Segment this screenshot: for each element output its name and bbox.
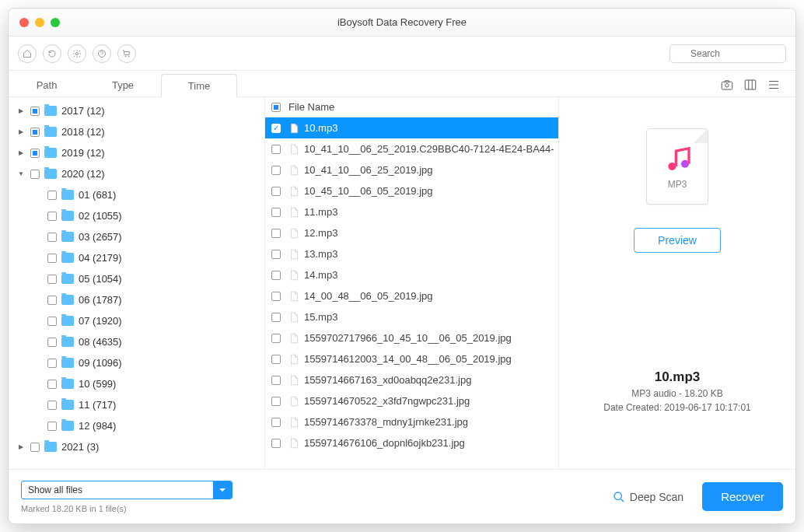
- tree-year-row[interactable]: 2019 (12): [9, 142, 264, 163]
- tree-year-row[interactable]: 2020 (12): [9, 163, 264, 184]
- file-checkbox[interactable]: [271, 250, 281, 259]
- tree-year-row[interactable]: 2018 (12): [9, 121, 264, 142]
- tree-month-row[interactable]: 04 (2179): [9, 247, 264, 268]
- folder-checkbox[interactable]: [30, 170, 40, 179]
- deep-scan-button[interactable]: Deep Scan: [613, 491, 702, 503]
- file-checkbox[interactable]: [271, 376, 281, 385]
- minimize-window-button[interactable]: [35, 18, 44, 27]
- help-icon[interactable]: [93, 44, 111, 63]
- tree-month-row[interactable]: 11 (717): [9, 394, 264, 415]
- file-row[interactable]: 12.mp3: [265, 222, 558, 243]
- folder-checkbox[interactable]: [47, 296, 57, 305]
- folder-checkbox[interactable]: [47, 359, 57, 368]
- cart-icon[interactable]: [117, 44, 136, 63]
- tree-year-row[interactable]: 2017 (12): [9, 100, 264, 121]
- folder-checkbox[interactable]: [47, 254, 57, 263]
- file-row[interactable]: 1559714667163_xd0oabqq2e231.jpg: [265, 369, 558, 390]
- tree-month-row[interactable]: 12 (984): [9, 415, 264, 436]
- columns-view-icon[interactable]: [743, 78, 758, 92]
- tab-time[interactable]: Time: [161, 74, 237, 97]
- preview-button[interactable]: Preview: [634, 228, 721, 253]
- search-input[interactable]: [669, 44, 786, 63]
- file-checkbox[interactable]: [271, 124, 281, 133]
- tree-month-row[interactable]: 06 (1787): [9, 289, 264, 310]
- file-checkbox[interactable]: [271, 418, 281, 427]
- tree-month-row[interactable]: 09 (1096): [9, 352, 264, 373]
- folder-label: 2017 (12): [61, 105, 105, 117]
- tree-month-row[interactable]: 03 (2657): [9, 226, 264, 247]
- file-row[interactable]: 1559714670522_x3fd7ngwpc231.jpg: [265, 390, 558, 411]
- file-type-icon: MP3: [646, 128, 708, 205]
- filter-select[interactable]: Show all files: [21, 481, 232, 499]
- folder-icon: [44, 148, 57, 158]
- file-row[interactable]: 10_45_10__06_05_2019.jpg: [265, 180, 558, 201]
- folder-checkbox[interactable]: [47, 422, 57, 431]
- file-checkbox[interactable]: [271, 271, 281, 280]
- folder-checkbox[interactable]: [30, 107, 40, 116]
- file-row[interactable]: 10_41_10__06_25_2019.jpg: [265, 159, 558, 180]
- file-list-rows[interactable]: 10.mp310_41_10__06_25_2019.C29BBC40-7124…: [265, 117, 558, 469]
- folder-tree[interactable]: 2017 (12)2018 (12)2019 (12)2020 (12)01 (…: [9, 97, 265, 469]
- folder-icon: [61, 274, 74, 284]
- tree-month-row[interactable]: 05 (1054): [9, 268, 264, 289]
- camera-icon[interactable]: [719, 78, 735, 92]
- redo-scan-icon[interactable]: [43, 44, 61, 63]
- folder-checkbox[interactable]: [47, 401, 57, 410]
- file-row[interactable]: 11.mp3: [265, 201, 558, 222]
- folder-checkbox[interactable]: [47, 233, 57, 242]
- disclosure-triangle-icon[interactable]: [16, 170, 26, 177]
- file-row[interactable]: 14.mp3: [265, 264, 558, 285]
- tree-year-row[interactable]: 2021 (3): [9, 436, 264, 457]
- folder-checkbox[interactable]: [47, 275, 57, 284]
- settings-icon[interactable]: [68, 44, 86, 63]
- file-checkbox[interactable]: [271, 439, 281, 448]
- file-checkbox[interactable]: [271, 313, 281, 322]
- tree-month-row[interactable]: 02 (1055): [9, 205, 264, 226]
- folder-label: 12 (984): [79, 420, 116, 432]
- close-window-button[interactable]: [19, 18, 29, 27]
- file-row[interactable]: 1559714673378_mdny1jrnke231.jpg: [265, 411, 558, 432]
- tab-type[interactable]: Type: [85, 73, 161, 96]
- file-checkbox[interactable]: [271, 166, 281, 175]
- tree-month-row[interactable]: 10 (599): [9, 373, 264, 394]
- folder-checkbox[interactable]: [47, 212, 57, 221]
- file-checkbox[interactable]: [271, 355, 281, 364]
- folder-checkbox[interactable]: [47, 380, 57, 389]
- file-row[interactable]: 1559702717966_10_45_10__06_05_2019.jpg: [265, 327, 558, 348]
- folder-checkbox[interactable]: [47, 191, 57, 200]
- disclosure-triangle-icon[interactable]: [16, 128, 26, 135]
- folder-checkbox[interactable]: [30, 443, 40, 452]
- file-checkbox[interactable]: [271, 292, 281, 301]
- disclosure-triangle-icon[interactable]: [16, 149, 26, 156]
- file-row[interactable]: 1559714612003_14_00_48__06_05_2019.jpg: [265, 348, 558, 369]
- file-row[interactable]: 13.mp3: [265, 243, 558, 264]
- recover-button[interactable]: Recover: [702, 482, 783, 511]
- file-checkbox[interactable]: [271, 208, 281, 217]
- file-list-header[interactable]: File Name: [265, 97, 558, 117]
- file-row[interactable]: 10.mp3: [265, 117, 558, 138]
- folder-checkbox[interactable]: [47, 338, 57, 347]
- folder-checkbox[interactable]: [47, 317, 57, 326]
- disclosure-triangle-icon[interactable]: [16, 443, 26, 450]
- file-checkbox[interactable]: [271, 397, 281, 406]
- tree-month-row[interactable]: 07 (1920): [9, 310, 264, 331]
- tree-month-row[interactable]: 08 (4635): [9, 331, 264, 352]
- folder-label: 09 (1096): [79, 357, 122, 369]
- file-checkbox[interactable]: [271, 145, 281, 154]
- disclosure-triangle-icon[interactable]: [16, 107, 26, 114]
- file-row[interactable]: 10_41_10__06_25_2019.C29BBC40-7124-4E24-…: [265, 138, 558, 159]
- folder-checkbox[interactable]: [30, 149, 40, 158]
- tab-path[interactable]: Path: [9, 73, 85, 96]
- folder-checkbox[interactable]: [30, 128, 40, 137]
- file-row[interactable]: 14_00_48__06_05_2019.jpg: [265, 285, 558, 306]
- select-all-checkbox[interactable]: [271, 103, 281, 112]
- maximize-window-button[interactable]: [51, 18, 60, 27]
- file-checkbox[interactable]: [271, 187, 281, 196]
- file-checkbox[interactable]: [271, 229, 281, 238]
- file-row[interactable]: 1559714676106_dopnl6ojkb231.jpg: [265, 432, 558, 453]
- tree-month-row[interactable]: 01 (681): [9, 184, 264, 205]
- home-icon[interactable]: [18, 44, 37, 63]
- file-checkbox[interactable]: [271, 334, 281, 343]
- list-view-icon[interactable]: [766, 78, 781, 92]
- file-row[interactable]: 15.mp3: [265, 306, 558, 327]
